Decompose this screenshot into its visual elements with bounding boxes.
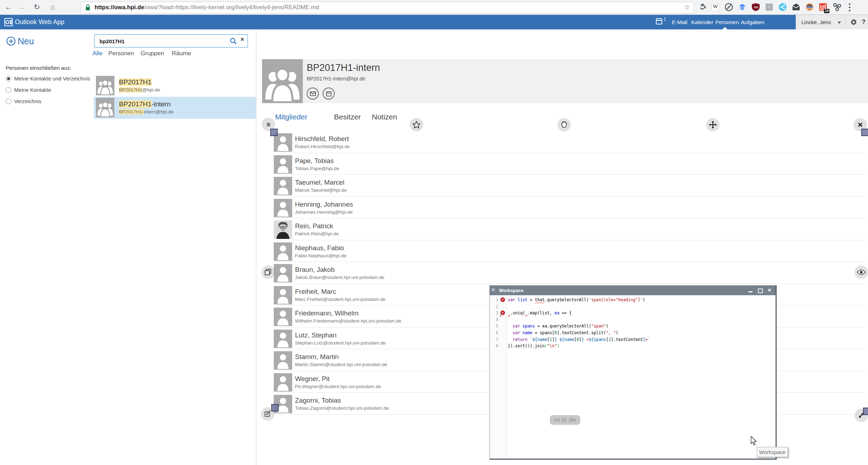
reload-icon[interactable]: ↻ <box>31 2 42 13</box>
bookmark-star-icon[interactable]: ☆ <box>684 3 690 11</box>
workspace-window[interactable]: ≡ Workspace × 1×23×+45678 var list = tha… <box>489 285 777 460</box>
back-icon[interactable]: ← <box>3 2 14 13</box>
inbox-extension-icon[interactable] <box>792 3 801 12</box>
search-result-row[interactable]: BP2017H1-internBP2017H1-intern@hpi.de <box>94 97 256 119</box>
todoist-extension-icon[interactable]: 14 <box>819 3 828 12</box>
workspace-titlebar[interactable]: ≡ Workspace × <box>490 286 776 295</box>
owa-nav-email[interactable]: E-Mail <box>672 15 687 29</box>
result-name: BP2017H1 <box>119 78 152 86</box>
share-extension-icon[interactable] <box>778 3 788 12</box>
member-row[interactable]: Hirschfeld, RobertRobert.Hirschfeld@hpi.… <box>256 131 868 153</box>
search-tab-gruppen[interactable]: Gruppen <box>141 50 164 57</box>
forward-icon[interactable]: → <box>16 2 28 13</box>
wikipedia-extension-icon[interactable]: W <box>711 3 720 12</box>
search-result-row[interactable]: BP2017H1BP2017H1@hpi.de <box>94 75 256 97</box>
user-menu[interactable]: Lincke, Jens <box>801 15 831 29</box>
halo-corner-handle[interactable] <box>270 129 278 136</box>
contact-tab-besitzer[interactable]: Besitzer <box>334 113 361 121</box>
code-line[interactable]: var name = spans[0].textContent.split(",… <box>508 330 618 336</box>
code-line[interactable]: }).sort()).join("\n") <box>508 343 559 349</box>
halo-star-icon[interactable] <box>410 118 423 131</box>
member-email: Wilhelm.Friedemann@student.hpi.uni-potsd… <box>295 318 401 324</box>
clear-search-icon[interactable]: × <box>240 36 244 43</box>
code-line[interactable]: var list = that.querySelectorAll('span[r… <box>508 297 645 303</box>
halo-copy-icon[interactable] <box>261 265 275 279</box>
window-close-button[interactable]: × <box>765 286 774 295</box>
radio-button[interactable] <box>6 99 11 104</box>
schedule-meeting-button[interactable] <box>323 88 335 100</box>
owa-nav: E-MailKalenderPersonenAufgaben <box>0 15 868 29</box>
search-tab-personen[interactable]: Personen <box>108 50 134 57</box>
member-row[interactable]: Rein, PatrickPatrick.Rein@hpi.de <box>256 218 868 240</box>
halo-corner-handle[interactable] <box>863 408 868 415</box>
people-search-box[interactable]: × <box>94 34 248 47</box>
contact-tab-mitglieder[interactable]: Mitglieder <box>275 113 307 121</box>
contact-tab-notizen[interactable]: Notizen <box>372 113 397 121</box>
radio-label: Verzeichnis <box>14 98 41 104</box>
line-number: 6 <box>490 330 498 336</box>
home-icon[interactable]: ⌂ <box>47 2 58 13</box>
member-row[interactable]: Taeumel, MarcelMarcel.Taeumel@hpi.de <box>256 175 868 197</box>
member-name: Freiheit, Marc <box>295 288 336 296</box>
error-marker-icon: × <box>500 297 505 302</box>
code-line[interactable]: _.uniq(_.map(list, ea => { <box>508 310 572 316</box>
code-line[interactable]: return `${name[1]} ${name[0]} <${spans[1… <box>508 336 650 343</box>
address-bar[interactable]: https://owa.hpi.de/owa/?load=https://liv… <box>81 2 694 13</box>
member-row[interactable]: Pape, TobiasTobias.Pape@hpi.de <box>256 153 868 175</box>
gray-extension-icon[interactable]: I <box>765 3 774 12</box>
halo-corner-handle[interactable] <box>861 129 868 136</box>
line-number: 7 <box>490 336 498 343</box>
window-maximize-button[interactable] <box>756 286 764 295</box>
search-icon[interactable] <box>229 37 237 46</box>
member-name: Braun, Jakob <box>295 266 335 274</box>
window-minimize-button[interactable] <box>746 286 755 295</box>
member-row[interactable]: Braun, JakobJakob.Braun@student.hpi.uni-… <box>256 262 868 284</box>
search-tab-alle[interactable]: Alle <box>92 50 102 57</box>
member-email: Patrick.Rein@hpi.de <box>295 231 339 236</box>
member-email: Marc.Freiheit@student.hpi.uni-potsdam.de <box>295 297 385 302</box>
member-email: Fabio.Niephaus@hpi.de <box>295 253 346 258</box>
code-line[interactable]: var spans = ea.querySelectorAll("span") <box>508 323 608 330</box>
browser-menu-icon[interactable]: ••• <box>848 2 851 12</box>
radio-button[interactable] <box>6 87 11 93</box>
settings-gear-icon[interactable] <box>850 19 857 27</box>
contact-header-background <box>303 59 868 103</box>
search-tab-räume[interactable]: Räume <box>172 50 191 57</box>
line-number: 4 <box>490 316 498 323</box>
member-row[interactable]: Henning, JohannesJohannes.Henning@hpi.de <box>256 197 868 219</box>
send-mail-button[interactable] <box>307 88 319 100</box>
ublock-extension-icon[interactable]: UO <box>751 3 761 12</box>
contact-email: BP2017H1-intern@hpi.de <box>307 76 365 82</box>
workspace-code[interactable]: 1×23×+45678 var list = that.querySelecto… <box>490 295 776 459</box>
member-avatar <box>274 286 292 304</box>
noscript-extension-icon[interactable]: S <box>725 3 734 12</box>
member-name: Zagorni, Tobias <box>295 397 341 404</box>
search-input[interactable] <box>99 36 228 46</box>
mouse-cursor <box>750 436 757 447</box>
member-email: Jakob.Braun@student.hpi.uni-potsdam.de <box>295 275 384 280</box>
url-path: /owa/?load=https://lively-kernel.org/liv… <box>144 4 319 10</box>
avatar-extension-icon[interactable] <box>805 3 815 12</box>
help-button[interactable]: ? <box>862 15 866 29</box>
member-row[interactable]: Niephaus, FabioFabio.Niephaus@hpi.de <box>256 240 868 262</box>
scholar-extension-icon[interactable] <box>738 3 747 12</box>
owa-nav-kalender[interactable]: Kalender <box>691 15 713 29</box>
halo-grab-hand-icon[interactable] <box>557 118 571 131</box>
halo-move-icon[interactable] <box>706 118 720 131</box>
halo-eye-icon[interactable] <box>855 265 868 279</box>
radio-label: Meine Kontakte und Verzeichnis <box>14 75 90 82</box>
line-number: 1 <box>490 297 498 303</box>
radio-button[interactable] <box>6 76 11 82</box>
url-text[interactable]: https://owa.hpi.de/owa/?load=https://liv… <box>95 2 319 12</box>
halo-corner-handle[interactable] <box>271 404 279 411</box>
workspace-menu-icon[interactable]: ≡ <box>492 287 495 293</box>
browser-toolbar: ← → ↻ ⌂ https://owa.hpi.de/owa/?load=htt… <box>0 0 868 15</box>
member-name: Niephaus, Fabio <box>295 244 344 252</box>
molecule-extension-icon[interactable] <box>833 3 842 12</box>
group-avatar <box>96 98 114 117</box>
recycle-extension-icon[interactable] <box>698 3 708 12</box>
member-email: Stephan.Lutz@student.hpi.uni-potsdam.de <box>295 340 386 346</box>
fold-plus-icon[interactable]: + <box>500 314 502 318</box>
member-avatar <box>274 373 292 392</box>
owa-nav-aufgaben[interactable]: Aufgaben <box>741 15 764 29</box>
